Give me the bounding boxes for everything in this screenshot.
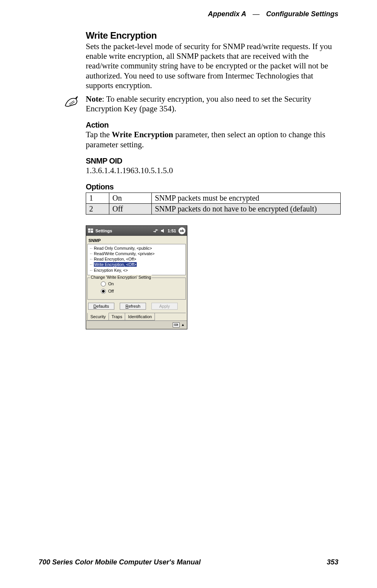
tree-item-read-only-community[interactable]: Read Only Community, <public> [89, 245, 184, 251]
tab-strip: Security Traps Identification [87, 313, 186, 320]
refresh-button[interactable]: Refresh [120, 303, 146, 310]
taskbar: Settings 1:51 ok [86, 226, 187, 236]
tree-item-write-encryption[interactable]: Write Encryption, <Off> [89, 262, 184, 267]
sip-arrow-icon[interactable]: ▲ [181, 323, 185, 327]
note-body: : To enable security encryption, you als… [86, 94, 311, 113]
option-name: On [109, 193, 152, 203]
sip-bar: ⌨ ▲ [86, 320, 187, 329]
apply-button: Apply [151, 303, 178, 310]
table-row: 2 Off SNMP packets do not have to be enc… [86, 203, 341, 214]
header-title: Configurable Settings [266, 10, 338, 18]
action-bold: Write Encryption [112, 130, 173, 139]
device-screenshot: Settings 1:51 ok SNMP Read Only Communit… [86, 225, 187, 329]
page-header: Appendix A — Configurable Settings [208, 10, 338, 18]
options-table: 1 On SNMP packets must be encrypted 2 Of… [86, 193, 341, 215]
page-content: Write Encryption Sets the packet-level m… [86, 30, 341, 329]
table-row: 1 On SNMP packets must be encrypted [86, 193, 341, 203]
option-name: Off [109, 203, 152, 214]
tree-item-encryption-key[interactable]: Encryption Key, <> [89, 268, 184, 273]
option-desc: SNMP packets do not have to be encrypted… [152, 203, 341, 214]
footer-book-title: 700 Series Color Mobile Computer User's … [39, 558, 200, 566]
change-setting-fieldset: Change 'Write Encryption' Setting On Off [87, 278, 186, 300]
tab-security[interactable]: Security [87, 313, 109, 320]
taskbar-left: Settings [88, 228, 112, 234]
page-footer: 700 Series Color Mobile Computer User's … [39, 558, 338, 566]
svg-rect-2 [88, 231, 90, 233]
option-num: 1 [86, 193, 109, 203]
radio-on-label: On [108, 281, 114, 286]
radio-off-circle[interactable] [101, 289, 106, 294]
screenshot-body: SNMP Read Only Community, <public> Read/… [86, 236, 187, 320]
footer-page-number: 353 [327, 558, 338, 566]
section-title: Write Encryption [86, 30, 341, 41]
svg-rect-3 [91, 231, 93, 233]
speaker-icon[interactable] [161, 228, 165, 233]
tree-listbox[interactable]: Read Only Community, <public> Read/Write… [87, 244, 186, 275]
svg-rect-1 [91, 228, 93, 230]
options-title: Options [86, 182, 341, 191]
connectivity-icon[interactable] [153, 228, 158, 233]
taskbar-time[interactable]: 1:51 [168, 228, 176, 233]
action-title: Action [86, 121, 341, 130]
intro-paragraph: Sets the packet-level mode of security f… [86, 42, 341, 90]
note-label: Note [86, 94, 102, 104]
snmp-oid-value: 1.3.6.1.4.1.1963.10.5.1.5.0 [86, 166, 341, 176]
radio-off[interactable]: Off [101, 289, 182, 294]
fieldset-legend: Change 'Write Encryption' Setting [90, 275, 152, 280]
radio-on[interactable]: On [101, 281, 182, 286]
ok-button[interactable]: ok [178, 227, 185, 234]
tree-item-read-write-community[interactable]: Read/Write Community, <private> [89, 251, 184, 256]
note-icon [63, 94, 80, 109]
button-row: Defaults Refresh Apply [87, 300, 186, 313]
taskbar-right: 1:51 ok [153, 227, 185, 234]
keyboard-icon[interactable]: ⌨ [173, 322, 180, 327]
snmp-oid-title: SNMP OID [86, 157, 341, 165]
action-prefix: Tap the [86, 130, 112, 139]
svg-rect-0 [88, 228, 90, 230]
header-appendix: Appendix A [208, 10, 246, 18]
header-separator: — [253, 10, 260, 18]
note-text: Note: To enable security encryption, you… [86, 94, 341, 114]
option-desc: SNMP packets must be encrypted [152, 193, 341, 203]
panel-label: SNMP [87, 237, 186, 244]
tab-traps[interactable]: Traps [109, 313, 126, 320]
tree-item-read-encryption[interactable]: Read Encryption, <Off> [89, 256, 184, 262]
start-flag-icon[interactable] [88, 228, 94, 234]
defaults-button[interactable]: Defaults [88, 303, 114, 310]
note-block: Note: To enable security encryption, you… [86, 94, 341, 114]
action-paragraph: Tap the Write Encryption parameter, then… [86, 130, 341, 149]
radio-off-label: Off [108, 289, 114, 293]
taskbar-title[interactable]: Settings [95, 228, 112, 233]
radio-on-circle[interactable] [101, 281, 106, 286]
tab-identification[interactable]: Identification [125, 313, 155, 320]
option-num: 2 [86, 203, 109, 214]
